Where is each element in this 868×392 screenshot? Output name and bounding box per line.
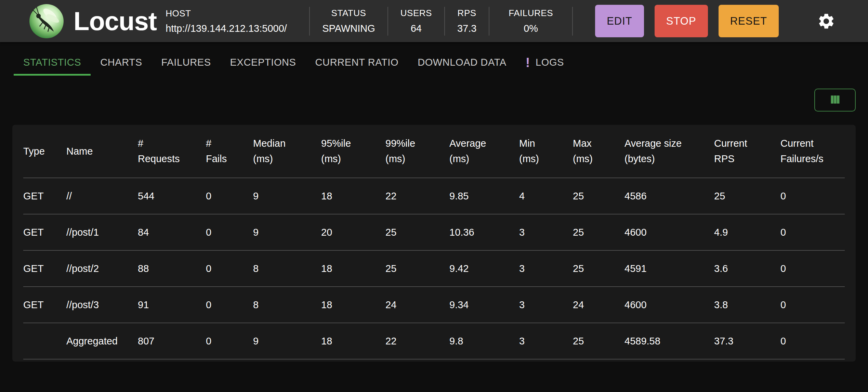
column-header[interactable]: Type — [23, 125, 66, 178]
table-cell: 3 — [519, 214, 573, 250]
columns-icon — [828, 93, 843, 107]
table-cell: 37.3 — [714, 323, 780, 359]
table-cell: 24 — [573, 287, 624, 323]
table-cell: 9.8 — [449, 323, 519, 359]
table-cell: 3 — [519, 250, 573, 287]
status-value: SPAWNING — [322, 23, 375, 34]
table-row: GET//post/18409202510.3632546004.90 — [23, 214, 845, 250]
table-cell: 4600 — [624, 214, 714, 250]
failures-label: FAILURES — [509, 8, 553, 18]
table-cell: 4586 — [624, 178, 714, 214]
table-cell: 22 — [385, 178, 449, 214]
tab-logs[interactable]: !LOGS — [516, 51, 574, 76]
tab-current-ratio[interactable]: CURRENT RATIO — [306, 51, 408, 76]
table-cell: 9 — [253, 323, 321, 359]
table-cell: 0 — [206, 287, 253, 323]
table-cell: GET — [23, 214, 66, 250]
table-cell: Aggregated — [66, 323, 138, 359]
table-cell: 9 — [253, 214, 321, 250]
column-header[interactable]: # Fails — [206, 125, 253, 178]
table-cell: 25 — [573, 323, 624, 359]
locust-logo-icon — [29, 4, 64, 39]
table-cell — [23, 323, 66, 359]
divider — [572, 7, 573, 36]
table-cell: 544 — [138, 178, 206, 214]
table-cell: //post/3 — [66, 287, 138, 323]
table-cell: 4589.58 — [624, 323, 714, 359]
column-header[interactable]: # Requests — [138, 125, 206, 178]
tab-download-data[interactable]: DOWNLOAD DATA — [408, 51, 516, 76]
tab-failures[interactable]: FAILURES — [152, 51, 221, 76]
table-cell: GET — [23, 178, 66, 214]
column-header[interactable]: Name — [66, 125, 138, 178]
table-cell: 0 — [206, 178, 253, 214]
table-cell: 22 — [385, 323, 449, 359]
column-header[interactable]: Average size (bytes) — [624, 125, 714, 178]
table-row: GET//post/3910818249.3432446003.80 — [23, 287, 845, 323]
stats-table-body: GET//5440918229.854254586250GET//post/18… — [23, 178, 845, 359]
column-header[interactable]: Median (ms) — [253, 125, 321, 178]
tab-label: FAILURES — [161, 57, 211, 68]
logs-alert-icon: ! — [526, 56, 530, 69]
table-cell: 3.8 — [714, 287, 780, 323]
table-cell: 25 — [573, 214, 624, 250]
table-cell: 4591 — [624, 250, 714, 287]
table-cell: 0 — [206, 323, 253, 359]
users-label: USERS — [400, 8, 432, 18]
table-cell: 18 — [321, 178, 385, 214]
main-content: TypeName# Requests# FailsMedian (ms)95%i… — [0, 89, 868, 362]
column-header[interactable]: Max (ms) — [573, 125, 624, 178]
tab-label: DOWNLOAD DATA — [418, 57, 507, 68]
column-header[interactable]: Current RPS — [714, 125, 780, 178]
tab-charts[interactable]: CHARTS — [91, 51, 152, 76]
settings-button[interactable] — [817, 12, 836, 30]
tab-label: CHARTS — [100, 57, 142, 68]
table-cell: 3 — [519, 323, 573, 359]
table-cell: //post/2 — [66, 250, 138, 287]
app-title: Locust — [74, 8, 157, 34]
edit-button[interactable]: EDIT — [595, 5, 644, 37]
column-header[interactable]: 95%ile (ms) — [321, 125, 385, 178]
table-cell: 0 — [780, 178, 845, 214]
table-cell: 4.9 — [714, 214, 780, 250]
table-cell: 84 — [138, 214, 206, 250]
host-label: HOST — [166, 8, 309, 19]
users-block: USERS 64 — [388, 8, 444, 34]
reset-button[interactable]: RESET — [719, 5, 779, 37]
tab-bar: STATISTICSCHARTSFAILURESEXCEPTIONSCURREN… — [0, 42, 868, 76]
column-header[interactable]: Current Failures/s — [780, 125, 845, 178]
tab-label: EXCEPTIONS — [230, 57, 296, 68]
table-cell: GET — [23, 287, 66, 323]
tab-statistics[interactable]: STATISTICS — [14, 51, 91, 76]
table-cell: 9.34 — [449, 287, 519, 323]
failures-value: 0% — [509, 23, 553, 34]
table-cell: 807 — [138, 323, 206, 359]
rps-value: 37.3 — [457, 23, 476, 34]
stats-table: TypeName# Requests# FailsMedian (ms)95%i… — [23, 125, 845, 360]
table-cell: 9.42 — [449, 250, 519, 287]
tab-exceptions[interactable]: EXCEPTIONS — [221, 51, 306, 76]
table-cell: 3.6 — [714, 250, 780, 287]
table-cell: 0 — [780, 250, 845, 287]
status-block: STATUS SPAWNING — [310, 8, 387, 34]
table-cell: 0 — [780, 287, 845, 323]
table-cell: 20 — [321, 214, 385, 250]
stop-button[interactable]: STOP — [655, 5, 708, 37]
table-cell: 18 — [321, 287, 385, 323]
rps-block: RPS 37.3 — [445, 8, 489, 34]
column-selector-button[interactable] — [814, 89, 856, 112]
status-label: STATUS — [322, 8, 375, 18]
table-cell: 18 — [321, 323, 385, 359]
host-block: HOST http://139.144.212.13:5000/ — [166, 8, 309, 34]
users-count: 64 — [400, 23, 432, 34]
column-header[interactable]: Min (ms) — [519, 125, 573, 178]
table-cell: 18 — [321, 250, 385, 287]
column-header[interactable]: 99%ile (ms) — [385, 125, 449, 178]
table-toolbar — [12, 89, 856, 112]
rps-label: RPS — [457, 8, 476, 18]
table-cell: // — [66, 178, 138, 214]
tab-label: LOGS — [536, 57, 564, 68]
failures-block: FAILURES 0% — [489, 8, 572, 34]
table-cell: 4600 — [624, 287, 714, 323]
column-header[interactable]: Average (ms) — [449, 125, 519, 178]
